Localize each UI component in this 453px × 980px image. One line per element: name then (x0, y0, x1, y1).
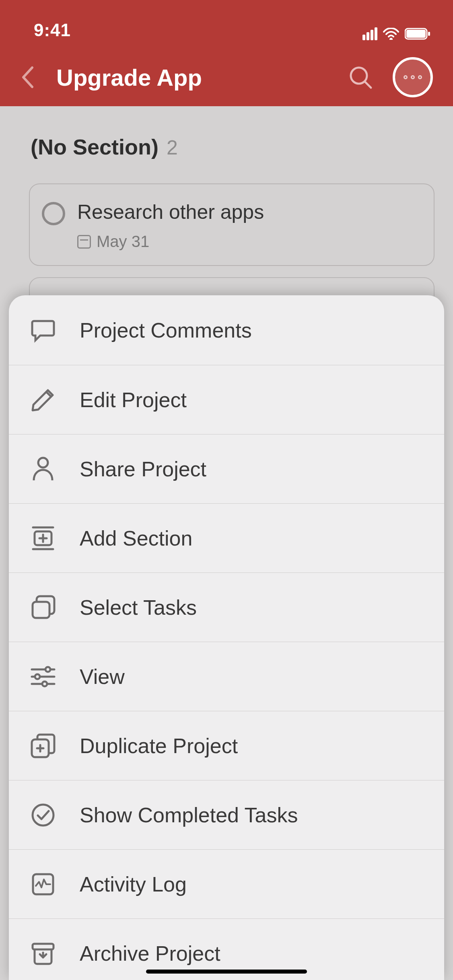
menu-view[interactable]: View (9, 642, 444, 711)
menu-label: Activity Log (80, 872, 187, 896)
status-indicators (362, 27, 430, 40)
svg-rect-6 (33, 602, 49, 618)
screen: 9:41 Upgrade App (No (0, 0, 453, 980)
header: Upgrade App (0, 48, 453, 106)
action-sheet: Project Comments Edit Project Share Proj… (9, 295, 444, 980)
calendar-icon (77, 235, 91, 249)
svg-point-8 (35, 674, 40, 679)
section-count: 2 (167, 136, 178, 159)
menu-label: Edit Project (80, 388, 187, 412)
menu-label: Select Tasks (80, 595, 197, 620)
menu-label: Show Completed Tasks (80, 803, 298, 827)
menu-label: Add Section (80, 526, 192, 550)
menu-activity-log[interactable]: Activity Log (9, 850, 444, 919)
wifi-icon (383, 28, 399, 40)
pencil-icon (29, 386, 57, 414)
svg-point-7 (45, 667, 50, 672)
task-checkbox[interactable] (42, 202, 65, 225)
menu-label: Project Comments (80, 318, 252, 342)
task-title: Research other apps (77, 200, 264, 224)
menu-duplicate-project[interactable]: Duplicate Project (9, 711, 444, 780)
search-button[interactable] (344, 61, 377, 93)
more-dot (418, 75, 422, 79)
svg-rect-1 (406, 30, 426, 38)
page-title: Upgrade App (56, 64, 344, 91)
stack-icon (29, 593, 57, 622)
svg-point-4 (38, 458, 48, 467)
menu-select-tasks[interactable]: Select Tasks (9, 573, 444, 642)
menu-edit-project[interactable]: Edit Project (9, 365, 444, 434)
archive-icon (29, 939, 57, 968)
menu-label: Duplicate Project (80, 734, 238, 758)
section-name: (No Section) (31, 134, 159, 159)
task-content: Research other apps May 31 (77, 200, 264, 251)
section-header[interactable]: (No Section) 2 (31, 134, 434, 159)
svg-point-9 (42, 681, 47, 686)
more-dot (411, 75, 415, 79)
add-section-icon (29, 524, 57, 552)
menu-share-project[interactable]: Share Project (9, 434, 444, 504)
more-button[interactable] (393, 57, 433, 97)
menu-label: View (80, 665, 125, 689)
back-button[interactable] (12, 61, 44, 93)
home-indicator[interactable] (146, 970, 307, 974)
task-card[interactable]: Research other apps May 31 (29, 183, 434, 266)
comment-icon (29, 316, 57, 344)
svg-point-11 (33, 805, 54, 826)
menu-label: Archive Project (80, 941, 220, 966)
menu-project-comments[interactable]: Project Comments (9, 295, 444, 365)
sliders-icon (29, 663, 57, 691)
more-dot (404, 75, 408, 79)
battery-icon (405, 28, 430, 40)
status-bar: 9:41 (0, 0, 453, 48)
menu-label: Share Project (80, 457, 206, 481)
menu-show-completed[interactable]: Show Completed Tasks (9, 780, 444, 850)
task-meta: May 31 (77, 233, 264, 251)
person-icon (29, 455, 57, 483)
check-circle-icon (29, 801, 57, 829)
activity-icon (29, 870, 57, 898)
duplicate-icon (29, 732, 57, 760)
svg-rect-13 (33, 944, 54, 949)
signal-icon (362, 27, 377, 40)
status-time: 9:41 (34, 20, 71, 40)
task-date: May 31 (97, 233, 149, 251)
svg-rect-2 (428, 32, 430, 36)
menu-add-section[interactable]: Add Section (9, 504, 444, 573)
